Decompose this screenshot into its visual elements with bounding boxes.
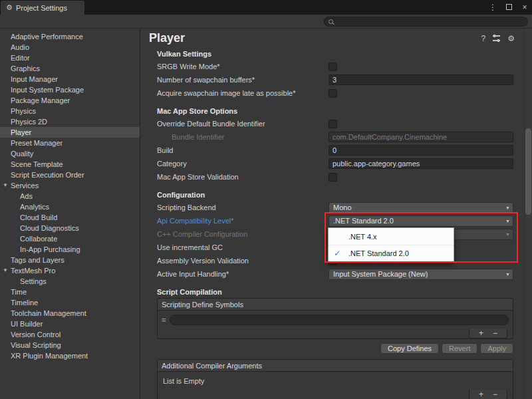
project-settings-tab[interactable]: ⚙ Project Settings	[1, 1, 84, 15]
sidebar-item-ui-builder[interactable]: UI Builder	[0, 319, 140, 329]
list-body: =	[158, 311, 513, 329]
chevron-down-icon: ▼	[505, 205, 510, 210]
sidebar-item-editor[interactable]: Editor	[0, 53, 140, 63]
dropdown-value: Mono	[333, 203, 352, 211]
sidebar-item-version-control[interactable]: Version Control	[0, 329, 140, 340]
sidebar-item-cloud-diagnostics[interactable]: Cloud Diagnostics	[0, 223, 140, 233]
mac-app-store-validation-checkbox[interactable]	[329, 173, 337, 182]
sidebar-item-cloud-build[interactable]: Cloud Build	[0, 212, 140, 223]
vertical-scrollbar[interactable]	[524, 29, 532, 399]
popup-item-label: .NET 4.x	[348, 233, 377, 241]
sidebar-item-toolchain-management[interactable]: Toolchain Management	[0, 308, 140, 319]
remove-item-button[interactable]: −	[493, 329, 497, 337]
popup-item-label: .NET Standard 2.0	[348, 249, 409, 257]
sidebar-item-timeline[interactable]: Timeline	[0, 297, 140, 308]
list-footer: + −	[158, 390, 513, 399]
dropdown-value: Input System Package (New)	[333, 270, 428, 278]
setting-row-acquire-late: Acquire swapchain image late as possible…	[157, 86, 513, 100]
sidebar-item-collaborate[interactable]: Collaborate	[0, 233, 140, 244]
sidebar-item-quality[interactable]: Quality	[0, 148, 140, 159]
popup-item-net-4x[interactable]: .NET 4.x	[329, 228, 454, 245]
acquire-swapchain-late-checkbox[interactable]	[329, 89, 337, 98]
sidebar-item-scene-template[interactable]: Scene Template	[0, 159, 140, 170]
sidebar-item-audio[interactable]: Audio	[0, 42, 140, 53]
setting-label: C++ Compiler Configuration	[157, 230, 329, 238]
sidebar-item-physics-2d[interactable]: Physics 2D	[0, 116, 140, 127]
sidebar-item-adaptive-performance[interactable]: Adaptive Performance	[0, 31, 140, 42]
setting-row-active-input-handling: Active Input Handling* Input System Pack…	[157, 267, 513, 281]
api-compatibility-dropdown[interactable]: .NET Standard 2.0 ▼	[329, 215, 513, 227]
close-icon[interactable]: ×	[520, 3, 529, 12]
check-icon: ✓	[334, 249, 340, 258]
category-input[interactable]	[329, 158, 513, 169]
bundle-identifier-input	[329, 132, 513, 142]
drag-handle-icon[interactable]: =	[162, 316, 166, 324]
setting-row-scripting-backend: Scripting Backend Mono ▼	[157, 201, 513, 214]
sidebar-item-xr-plugin-management[interactable]: XR Plugin Management	[0, 350, 140, 361]
sidebar-item-graphics[interactable]: Graphics	[0, 63, 140, 74]
sidebar-item-textmesh-pro[interactable]: ▼ TextMesh Pro	[0, 265, 140, 276]
srgb-write-mode-checkbox[interactable]	[329, 63, 337, 71]
scripting-define-symbols-list: Scripting Define Symbols = + −	[157, 298, 513, 339]
sidebar-item-tmp-settings[interactable]: Settings	[0, 276, 140, 287]
popup-item-net-standard-20[interactable]: ✓ .NET Standard 2.0	[329, 245, 454, 261]
list-header: Additional Compiler Arguments	[158, 360, 513, 372]
setting-row-build: Build	[157, 144, 513, 157]
sidebar-item-services[interactable]: ▼ Services	[0, 180, 140, 191]
list-footer: + −	[158, 329, 513, 338]
sidebar-item-label: Services	[11, 182, 39, 190]
presets-icon[interactable]	[493, 35, 500, 41]
setting-label: Scripting Backend	[157, 203, 329, 211]
sidebar-item-physics[interactable]: Physics	[0, 106, 140, 116]
sidebar-item-input-system-package[interactable]: Input System Package	[0, 84, 140, 95]
setting-label: Api Compatibility Level*	[157, 217, 329, 225]
sidebar-item-player[interactable]: Player	[0, 127, 140, 138]
sidebar-item-package-manager[interactable]: Package Manager	[0, 95, 140, 106]
define-symbol-input[interactable]	[170, 315, 509, 325]
sidebar-item-time[interactable]: Time	[0, 287, 140, 297]
setting-row-mac-validation: Mac App Store Validation	[157, 170, 513, 184]
chevron-expanded-icon[interactable]: ▼	[3, 180, 8, 191]
revert-button[interactable]: Revert	[442, 343, 477, 354]
sidebar-item-analytics[interactable]: Analytics	[0, 201, 140, 212]
apply-button[interactable]: Apply	[480, 343, 513, 354]
copy-defines-button[interactable]: Copy Defines	[380, 343, 439, 354]
settings-sidebar: Adaptive Performance Audio Editor Graphi…	[0, 29, 140, 399]
sidebar-item-input-manager[interactable]: Input Manager	[0, 74, 140, 84]
scripting-backend-dropdown[interactable]: Mono ▼	[329, 202, 513, 213]
sidebar-item-script-execution-order[interactable]: Script Execution Order	[0, 170, 140, 180]
sidebar-item-in-app-purchasing[interactable]: In-App Purchasing	[0, 244, 140, 255]
settings-gear-icon[interactable]: ⚙	[507, 34, 515, 43]
page-title: Player	[149, 31, 185, 45]
build-input[interactable]	[329, 145, 513, 156]
chevron-expanded-icon[interactable]: ▼	[3, 265, 8, 276]
sidebar-item-tags-and-layers[interactable]: Tags and Layers	[0, 255, 140, 265]
sidebar-item-preset-manager[interactable]: Preset Manager	[0, 138, 140, 148]
maximize-icon[interactable]	[504, 3, 513, 12]
add-item-button[interactable]: +	[479, 390, 483, 398]
override-bundle-identifier-checkbox[interactable]	[329, 120, 337, 128]
section-header-mac-app-store: Mac App Store Options	[157, 105, 513, 117]
scrollbar-thumb[interactable]	[525, 128, 531, 215]
list-footer-buttons: + −	[469, 329, 507, 338]
panel-header-icons: ? ⚙	[481, 34, 515, 43]
sidebar-item-visual-scripting[interactable]: Visual Scripting	[0, 340, 140, 350]
add-item-button[interactable]: +	[479, 329, 483, 337]
help-icon[interactable]: ?	[481, 34, 486, 43]
empty-list-label: List is Empty	[162, 375, 509, 387]
chevron-down-icon: ▼	[505, 232, 510, 237]
active-input-handling-dropdown[interactable]: Input System Package (New) ▼	[329, 269, 513, 280]
search-box[interactable]	[324, 17, 528, 27]
setting-label: Use incremental GC	[157, 243, 329, 251]
list-header: Scripting Define Symbols	[158, 299, 513, 311]
search-input[interactable]	[336, 18, 523, 26]
toolbar	[0, 15, 532, 29]
setting-label: Bundle Identifier	[157, 133, 329, 141]
window-menu-icon[interactable]: ⋮	[488, 3, 497, 12]
remove-item-button[interactable]: −	[493, 390, 497, 398]
sidebar-item-ads[interactable]: Ads	[0, 191, 140, 201]
setting-label: Mac App Store Validation	[157, 173, 329, 181]
swapchain-buffers-input[interactable]	[329, 74, 513, 85]
setting-label: Assembly Version Validation	[157, 257, 329, 265]
setting-label: Acquire swapchain image late as possible…	[157, 89, 329, 97]
